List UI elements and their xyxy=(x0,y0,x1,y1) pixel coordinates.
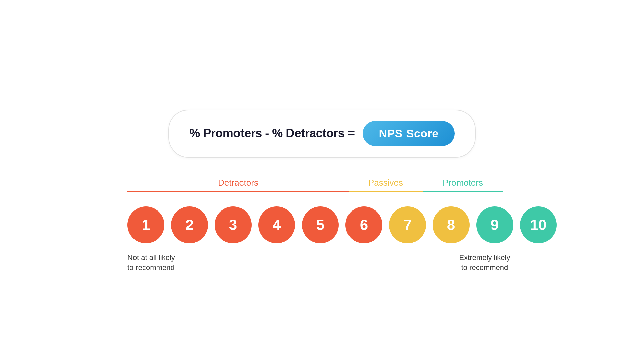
formula-box: % Promoters - % Detractors = NPS Score xyxy=(168,110,476,158)
nps-badge: NPS Score xyxy=(363,121,454,146)
number-circle-6[interactable]: 6 xyxy=(345,206,382,243)
number-circle-8[interactable]: 8 xyxy=(433,206,470,243)
passives-label: Passives xyxy=(349,178,423,188)
numbers-row: 1 2 3 4 5 6 7 8 9 10 xyxy=(127,206,523,243)
bottom-label-left: Not at all likelyto recommend xyxy=(127,253,195,274)
formula-text: % Promoters - % Detractors = xyxy=(189,126,355,140)
number-circle-9[interactable]: 9 xyxy=(476,206,513,243)
categories-row: Detractors Passives Promoters xyxy=(127,178,523,188)
detractors-label: Detractors xyxy=(127,178,349,188)
number-circle-5[interactable]: 5 xyxy=(302,206,339,243)
underlines-row xyxy=(127,191,523,192)
number-circle-4[interactable]: 4 xyxy=(258,206,295,243)
bottom-label-right: Extremely likelyto recommend xyxy=(446,253,523,274)
underline-passives xyxy=(349,191,423,192)
number-circle-2[interactable]: 2 xyxy=(171,206,208,243)
scale-section: Detractors Passives Promoters 1 2 3 4 5 … xyxy=(121,178,523,253)
nps-badge-text: NPS Score xyxy=(379,127,438,140)
underline-detractors xyxy=(127,191,349,192)
number-circle-7[interactable]: 7 xyxy=(389,206,426,243)
underline-promoters xyxy=(423,191,503,192)
promoters-label: Promoters xyxy=(423,178,503,188)
number-circle-10[interactable]: 10 xyxy=(520,206,557,243)
number-circle-1[interactable]: 1 xyxy=(127,206,164,243)
number-circle-3[interactable]: 3 xyxy=(215,206,252,243)
main-container: % Promoters - % Detractors = NPS Score D… xyxy=(121,110,523,253)
